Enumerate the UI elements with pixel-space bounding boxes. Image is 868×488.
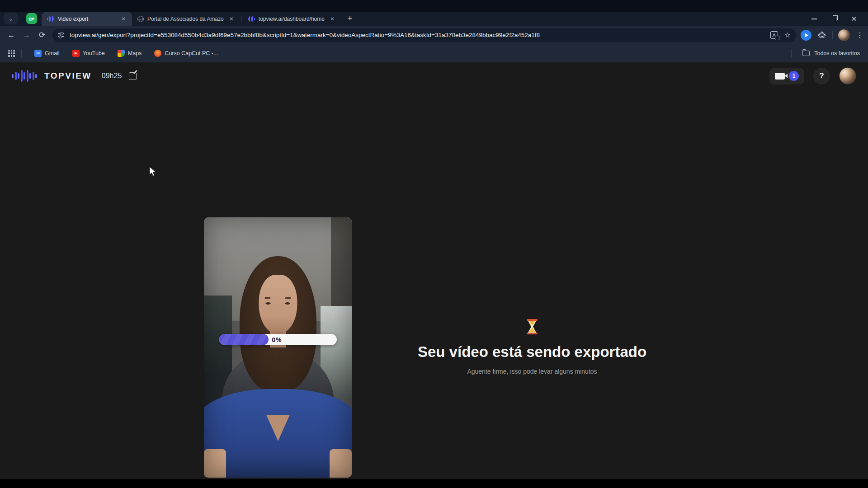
translate-icon[interactable]: A <box>770 31 778 39</box>
bookmark-gmail[interactable]: ✉ Gmail <box>28 50 66 57</box>
topview-logo-icon[interactable] <box>12 69 37 83</box>
new-tab-button[interactable]: + <box>344 12 356 25</box>
vignette <box>204 217 352 478</box>
browser-toolbar: ← → ⟳ topview.ai/gen/export?projectId=e5… <box>0 26 868 44</box>
video-count-badge: 1 <box>789 71 799 81</box>
bookmark-label: YouTube <box>83 50 105 56</box>
bookmarks-separator <box>791 49 792 57</box>
mouse-cursor <box>149 166 157 177</box>
export-status: Seu vídeo está sendo exportado Aguente f… <box>396 319 668 375</box>
tab-group-chip[interactable]: ge <box>26 13 37 24</box>
bottom-black-strip <box>0 479 868 488</box>
window-title-strip <box>0 0 868 12</box>
maps-icon <box>118 50 125 57</box>
tab-title: Video export <box>58 16 116 22</box>
forward-icon: → <box>23 31 31 40</box>
hourglass-icon <box>525 319 539 334</box>
restore-icon <box>832 17 836 21</box>
help-button[interactable]: ? <box>813 68 830 84</box>
topview-export-page: TOPVIEW 09h25 1 ? <box>0 62 868 479</box>
bookmark-label: Gmail <box>45 50 60 56</box>
folder-icon <box>802 51 810 56</box>
tab-title: topview.ai/dashboard/home <box>259 16 325 22</box>
app-header: TOPVIEW 09h25 1 ? <box>0 62 868 89</box>
reload-icon: ⟳ <box>39 30 45 40</box>
tab-separator <box>241 15 241 23</box>
pinned-extension-icon[interactable] <box>801 30 811 41</box>
apps-grid-icon[interactable] <box>8 50 15 57</box>
close-icon[interactable]: ✕ <box>328 15 336 23</box>
bookmarks-bar: ✉ Gmail YouTube Maps Curso CapCut PC -..… <box>0 44 868 62</box>
bookmark-label: Maps <box>128 50 142 56</box>
close-window-button[interactable]: ✕ <box>847 13 861 25</box>
minimize-button[interactable] <box>807 13 821 25</box>
user-avatar[interactable] <box>839 67 856 84</box>
close-icon[interactable]: ✕ <box>119 15 127 23</box>
tab-topview-dashboard[interactable]: topview.ai/dashboard/home ✕ <box>242 12 341 26</box>
topview-favicon-icon <box>47 16 54 22</box>
capcut-course-icon <box>154 50 161 57</box>
progress-fill <box>219 334 269 345</box>
window-controls: ✕ <box>807 12 868 26</box>
tab-strip: ⌄ ge Video export ✕ Portal de Associados… <box>0 12 868 26</box>
topview-favicon-icon <box>248 16 255 22</box>
chevron-down-icon: ⌄ <box>9 15 14 22</box>
tab-title: Portal de Associados da Amazo <box>147 16 224 22</box>
video-preview: 0% <box>204 217 352 478</box>
bookmark-capcut[interactable]: Curso CapCut PC -... <box>148 50 224 57</box>
export-progress-bar: 0% <box>219 334 337 345</box>
edit-title-icon[interactable] <box>129 72 137 80</box>
gmail-icon: ✉ <box>34 50 42 57</box>
url-text[interactable]: topview.ai/gen/export?projectId=e553084d… <box>70 32 766 38</box>
export-heading: Seu vídeo está sendo exportado <box>418 343 646 361</box>
toolbar-separator <box>832 31 833 39</box>
question-mark-icon: ? <box>819 71 824 80</box>
restore-button[interactable] <box>827 13 841 25</box>
extensions-puzzle-icon[interactable] <box>818 31 826 39</box>
browser-profile-avatar[interactable] <box>838 29 850 41</box>
video-credits-button[interactable]: 1 <box>769 68 804 84</box>
tab-portal-associados[interactable]: Portal de Associados da Amazo ✕ <box>132 12 240 26</box>
brand-name: TOPVIEW <box>44 71 92 81</box>
bookmark-maps[interactable]: Maps <box>111 50 148 57</box>
forward-button[interactable]: → <box>19 28 34 43</box>
export-subheading: Aguente firme, isso pode levar alguns mi… <box>467 368 597 375</box>
tab-video-export[interactable]: Video export ✕ <box>42 12 132 26</box>
progress-percent-label: 0% <box>272 336 282 343</box>
play-icon <box>805 33 808 38</box>
video-camera-icon <box>775 73 785 80</box>
all-bookmarks-label[interactable]: Todos os favoritos <box>814 50 860 56</box>
back-icon: ← <box>8 31 15 40</box>
minimize-icon <box>811 19 817 19</box>
project-title: 09h25 <box>102 72 122 80</box>
globe-favicon-icon <box>137 16 144 22</box>
close-icon: ✕ <box>851 15 857 23</box>
reload-button[interactable]: ⟳ <box>34 28 50 43</box>
site-info-icon[interactable] <box>58 32 65 38</box>
browser-menu-button[interactable]: ⋮ <box>854 31 868 39</box>
back-button[interactable]: ← <box>4 28 19 43</box>
tab-search-button[interactable]: ⌄ <box>4 13 18 24</box>
bookmarks-separator <box>21 49 22 57</box>
youtube-icon <box>72 50 80 57</box>
bookmark-star-icon[interactable]: ☆ <box>784 31 791 39</box>
bookmark-label: Curso CapCut PC -... <box>165 50 218 56</box>
bookmark-youtube[interactable]: YouTube <box>66 50 111 57</box>
address-bar[interactable]: topview.ai/gen/export?projectId=e553084d… <box>52 28 796 42</box>
close-icon[interactable]: ✕ <box>227 15 236 23</box>
